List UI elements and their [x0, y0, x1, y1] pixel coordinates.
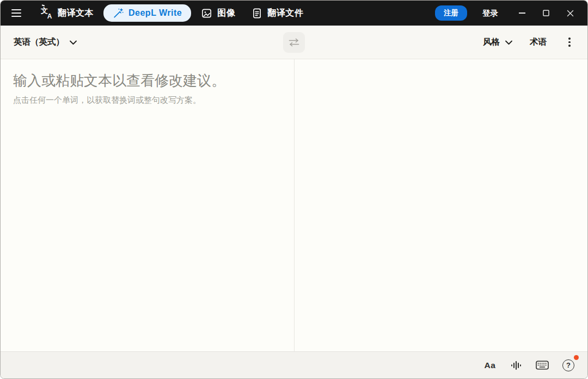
- language-selector[interactable]: 英语（英式）: [13, 33, 78, 51]
- main-nav: 文 A 翻译文本 DeepL Write: [34, 4, 310, 22]
- maximize-button[interactable]: [534, 4, 558, 22]
- input-placeholder-title: 输入或粘贴文本以查看修改建议。: [13, 71, 280, 90]
- tab-translate-text[interactable]: 文 A 翻译文本: [34, 4, 100, 22]
- tab-label: 翻译文件: [267, 8, 303, 19]
- style-selector[interactable]: 风格: [482, 33, 514, 51]
- tab-label: 图像: [217, 8, 235, 19]
- tab-deepl-write[interactable]: DeepL Write: [103, 4, 191, 22]
- font-size-button[interactable]: Aa: [482, 357, 498, 374]
- bottombar: Aa ?: [1, 351, 587, 378]
- tab-translate-files[interactable]: 翻译文件: [245, 4, 310, 22]
- glossary-label: 术语: [530, 36, 547, 48]
- voice-input-button[interactable]: [508, 357, 524, 374]
- hamburger-icon: [11, 9, 21, 10]
- tab-images[interactable]: 图像: [194, 4, 242, 22]
- style-label: 风格: [483, 36, 500, 48]
- login-button[interactable]: 登录: [482, 8, 498, 18]
- maximize-icon: [543, 10, 549, 16]
- magic-wand-icon: [113, 8, 124, 18]
- window-controls: [510, 4, 582, 22]
- toolbar: 英语（英式） 风格 术语: [1, 26, 587, 59]
- input-placeholder-subtitle: 点击任何一个单词，以获取替换词或整句改写方案。: [13, 95, 280, 105]
- minimize-icon: [519, 13, 525, 14]
- text-input-pane[interactable]: 输入或粘贴文本以查看修改建议。 点击任何一个单词，以获取替换词或整句改写方案。: [1, 59, 295, 351]
- editor-panes: 输入或粘贴文本以查看修改建议。 点击任何一个单词，以获取替换词或整句改写方案。: [1, 59, 587, 351]
- signup-button[interactable]: 注册: [435, 5, 467, 21]
- close-button[interactable]: [558, 4, 582, 22]
- keyboard-icon: [536, 361, 549, 370]
- suggestions-pane: [295, 59, 587, 351]
- tab-label: DeepL Write: [128, 8, 182, 18]
- language-label: 英语（英式）: [14, 36, 64, 48]
- swap-arrows-icon: [288, 38, 300, 47]
- tab-label: 翻译文本: [58, 8, 94, 19]
- notification-dot: [574, 355, 579, 360]
- swap-languages-button[interactable]: [283, 32, 305, 53]
- deepl-app-window: 文 A 翻译文本 DeepL Write: [0, 0, 588, 379]
- keyboard-button[interactable]: [534, 357, 550, 374]
- chevron-down-icon: [69, 40, 77, 45]
- help-icon: ?: [562, 359, 574, 371]
- minimize-button[interactable]: [510, 4, 534, 22]
- glossary-button[interactable]: 术语: [529, 33, 548, 51]
- help-button[interactable]: ?: [560, 357, 577, 374]
- close-icon: [567, 10, 574, 17]
- document-icon: [252, 8, 262, 19]
- image-icon: [201, 8, 212, 19]
- waveform-icon: [510, 360, 522, 371]
- chevron-down-icon: [505, 40, 513, 45]
- kebab-icon: [568, 38, 571, 40]
- translate-text-icon: 文 A: [41, 7, 53, 19]
- menu-button[interactable]: [7, 5, 26, 21]
- titlebar: 文 A 翻译文本 DeepL Write: [1, 1, 587, 26]
- titlebar-right: 注册 登录: [435, 4, 582, 22]
- font-size-icon: Aa: [485, 361, 496, 370]
- toolbar-right: 风格 术语: [482, 33, 577, 51]
- more-options-button[interactable]: [562, 34, 577, 51]
